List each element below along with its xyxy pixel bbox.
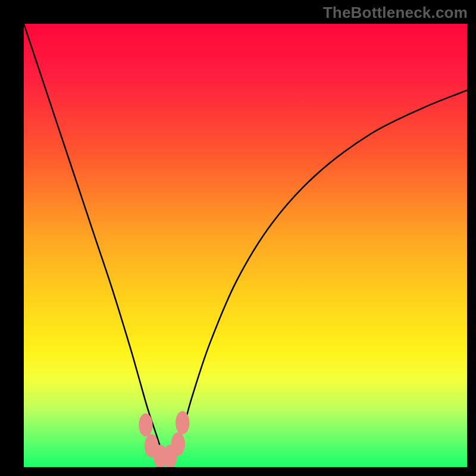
bottleneck-curve <box>24 24 467 467</box>
chart-frame: TheBottleneck.com <box>0 0 476 476</box>
curve-markers <box>139 411 189 467</box>
marker-dot <box>176 411 189 434</box>
plot-area <box>24 24 467 467</box>
watermark-text: TheBottleneck.com <box>323 4 468 22</box>
marker-dot <box>139 414 152 437</box>
marker-dot <box>171 433 185 456</box>
